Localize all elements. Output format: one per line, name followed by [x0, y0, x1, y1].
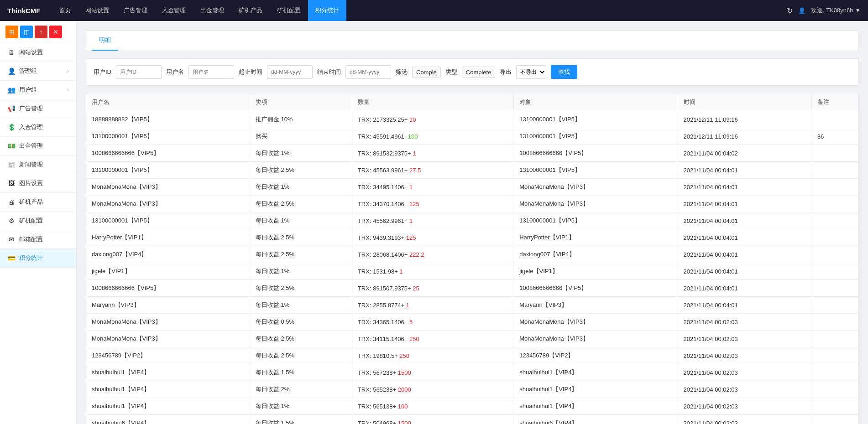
amount-change: 1: [406, 302, 409, 309]
cell-username: MonaMonaMona【VIP3】: [86, 179, 250, 196]
export-select[interactable]: 不导出: [516, 65, 546, 79]
tab-detail[interactable]: 明细: [92, 31, 118, 51]
nav-item-首页[interactable]: 首页: [52, 0, 78, 21]
cell-target: shuaihuihui1【VIP4】: [514, 364, 678, 381]
start-time-input[interactable]: [267, 65, 313, 79]
cell-note: [811, 331, 858, 347]
cell-category: 每日收益:1%: [250, 297, 352, 314]
sidebar-item-入金管理[interactable]: 💲入金管理: [0, 118, 76, 137]
sidebar-label-管理组: 管理组: [19, 67, 37, 75]
sidebar-menu: 🖥网站设置👤管理组›👥用户组›📢广告管理💲入金管理💵出金管理📰新闻管理🖼图片设置…: [0, 43, 76, 268]
sidebar-item-管理组[interactable]: 👤管理组›: [0, 62, 76, 81]
amount-change: 1: [409, 184, 413, 191]
sidebar-item-矿机产品[interactable]: 🖨矿机产品: [0, 193, 76, 212]
type-label: 类型: [445, 68, 457, 76]
cell-username: 18888888882【VIP5】: [86, 111, 250, 128]
amount-change: 1: [413, 150, 416, 157]
cell-time: 2021/11/04 00:02:03: [678, 331, 811, 347]
sidebar-icon-新闻管理: 📰: [7, 160, 16, 169]
amount-change: 5: [409, 319, 413, 326]
sidebar-item-广告管理[interactable]: 📢广告管理: [0, 99, 76, 118]
cell-amount: TRX: 565238+ 2000: [352, 381, 513, 398]
sidebar-btn-blue[interactable]: ◫: [20, 26, 33, 38]
amount-base: TRX: 565238+: [358, 386, 398, 393]
amount-base: TRX: 9439.3193+: [358, 234, 406, 241]
cell-category: 每日收益:2%: [250, 381, 352, 398]
filter-value: Comple: [412, 67, 441, 78]
cell-time: 2021/11/04 00:04:01: [678, 162, 811, 179]
table-body: 18888888882【VIP5】推广佣金:10%TRX: 2173325.25…: [86, 111, 858, 424]
sidebar-item-图片设置[interactable]: 🖼图片设置: [0, 174, 76, 193]
cell-time: 2021/11/04 00:04:01: [678, 179, 811, 196]
sidebar-item-矿机配置[interactable]: ⚙矿机配置: [0, 212, 76, 230]
cell-username: MonaMonaMona【VIP3】: [86, 196, 250, 212]
cell-amount: TRX: 34365.1406+ 5: [352, 314, 513, 331]
cell-time: 2021/11/04 00:04:01: [678, 263, 811, 280]
cell-note: [811, 347, 858, 364]
cell-note: [811, 145, 858, 162]
amount-change: 10: [409, 116, 416, 123]
amount-base: TRX: 34365.1406+: [358, 319, 409, 326]
arrow-icon: ›: [67, 87, 69, 93]
cell-target: 123456789【VIP2】: [514, 347, 678, 364]
cell-username: 13100000001【VIP5】: [86, 162, 250, 179]
sidebar-label-积分统计: 积分统计: [19, 254, 43, 262]
cell-target: MonaMonaMona【VIP3】: [514, 196, 678, 212]
sidebar-icon-出金管理: 💵: [7, 142, 16, 150]
user-id-label: 用户ID: [94, 68, 111, 76]
sidebar-item-新闻管理[interactable]: 📰新闻管理: [0, 155, 76, 174]
amount-change: 1500: [398, 420, 411, 424]
table-row: 13100000001【VIP5】每日收益:2.5%TRX: 45563.996…: [86, 162, 858, 179]
end-time-input[interactable]: [345, 65, 391, 79]
amount-change: -100: [406, 133, 418, 140]
amount-base: TRX: 45563.9961+: [358, 167, 409, 174]
nav-item-积分统计[interactable]: 积分统计: [308, 0, 346, 21]
cell-username: shuaihuihui1【VIP4】: [86, 398, 250, 415]
cell-note: [811, 297, 858, 314]
cell-amount: TRX: 504968+ 1500: [352, 415, 513, 424]
nav-item-广告管理[interactable]: 广告管理: [116, 0, 155, 21]
sidebar-btn-orange[interactable]: ⊞: [5, 26, 18, 38]
nav-item-矿机配置[interactable]: 矿机配置: [270, 0, 308, 21]
amount-change: 1: [399, 268, 403, 275]
cell-time: 2021/11/04 00:04:02: [678, 145, 811, 162]
sidebar-label-入金管理: 入金管理: [19, 123, 43, 131]
sidebar-item-积分统计[interactable]: 💳积分统计: [0, 249, 76, 268]
cell-category: 每日收益:1%: [250, 212, 352, 229]
sidebar-item-用户组[interactable]: 👥用户组›: [0, 81, 76, 99]
cell-username: 1008666666666【VIP5】: [86, 280, 250, 297]
nav-item-入金管理[interactable]: 入金管理: [155, 0, 193, 21]
sidebar-icon-积分统计: 💳: [7, 254, 16, 262]
cell-category: 每日收益:0.5%: [250, 314, 352, 331]
sidebar-btn-red[interactable]: ✕: [49, 26, 62, 38]
cell-username: HarryPotter【VIP1】: [86, 229, 250, 246]
cell-note: [811, 415, 858, 424]
cell-username: daxiong007【VIP4】: [86, 246, 250, 263]
cell-amount: TRX: 45591.4961 -100: [352, 128, 513, 145]
cell-category: 购买: [250, 128, 352, 145]
col-target: 对象: [514, 93, 678, 111]
sidebar-item-网站设置[interactable]: 🖥网站设置: [0, 43, 76, 62]
sidebar-item-出金管理[interactable]: 💵出金管理: [0, 137, 76, 155]
sidebar-item-邮箱配置[interactable]: ✉邮箱配置: [0, 230, 76, 249]
amount-change: 125: [409, 201, 419, 207]
sidebar-label-网站设置: 网站设置: [19, 48, 43, 57]
sidebar-label-用户组: 用户组: [19, 86, 37, 94]
nav-item-网站设置[interactable]: 网站设置: [78, 0, 116, 21]
user-id-input[interactable]: [116, 65, 162, 79]
cell-note: [811, 229, 858, 246]
refresh-icon[interactable]: ↻: [787, 6, 793, 15]
table-row: 1008666666666【VIP5】每日收益:2.5%TRX: 891507.…: [86, 280, 858, 297]
cell-note: [811, 381, 858, 398]
cell-target: MonaMonaMona【VIP3】: [514, 331, 678, 347]
cell-amount: TRX: 567238+ 1500: [352, 364, 513, 381]
user-name-input[interactable]: [188, 65, 234, 79]
search-button[interactable]: 查找: [551, 65, 577, 79]
cell-note: [811, 111, 858, 128]
start-time-label: 起止时间: [239, 68, 262, 76]
cell-target: 13100000001【VIP5】: [514, 111, 678, 128]
nav-item-出金管理[interactable]: 出金管理: [193, 0, 231, 21]
sidebar-btn-red-dark[interactable]: ↑: [35, 26, 47, 38]
nav-item-矿机产品[interactable]: 矿机产品: [231, 0, 270, 21]
filter-bar: 用户ID 用户名 起止时间 结束时间 筛选 Comple 类型 Complete…: [86, 58, 859, 86]
